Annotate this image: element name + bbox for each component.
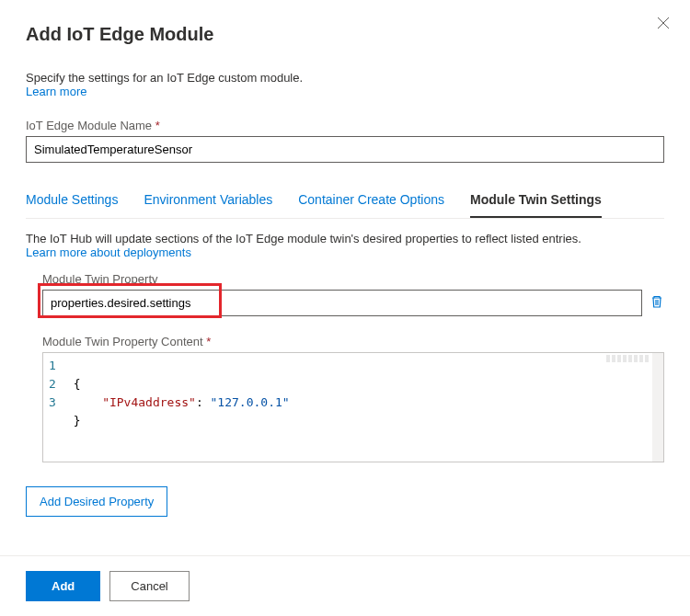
close-icon	[657, 17, 670, 29]
tab-module-twin-settings[interactable]: Module Twin Settings	[470, 183, 602, 218]
cancel-button[interactable]: Cancel	[109, 571, 189, 601]
twin-content-editor[interactable]: 123 { "IPv4address": "127.0.0.1" }	[42, 352, 664, 462]
add-desired-property-button[interactable]: Add Desired Property	[26, 486, 167, 517]
editor-code[interactable]: { "IPv4address": "127.0.0.1" }	[66, 353, 297, 462]
footer: Add Cancel	[0, 555, 690, 616]
editor-minimap	[606, 355, 650, 362]
editor-gutter: 123	[43, 353, 66, 462]
page-title: Add IoT Edge Module	[26, 24, 664, 45]
close-button[interactable]	[657, 17, 670, 32]
twin-property-input[interactable]	[42, 290, 642, 316]
learn-deployments-link[interactable]: Learn more about deployments	[26, 245, 664, 259]
twin-property-label: Module Twin Property	[42, 272, 664, 286]
tab-environment-variables[interactable]: Environment Variables	[144, 183, 272, 218]
add-button[interactable]: Add	[26, 571, 100, 601]
learn-more-link[interactable]: Learn more	[26, 85, 664, 98]
delete-property-button[interactable]	[650, 294, 664, 312]
tab-module-settings[interactable]: Module Settings	[26, 183, 118, 218]
editor-scrollbar[interactable]	[652, 353, 663, 462]
intro-text: Specify the settings for an IoT Edge cus…	[26, 71, 664, 85]
delete-icon	[650, 294, 664, 309]
tab-container-create-options[interactable]: Container Create Options	[298, 183, 444, 218]
tab-bar: Module Settings Environment Variables Co…	[26, 183, 664, 219]
module-name-label: IoT Edge Module Name *	[26, 119, 664, 132]
module-name-input[interactable]	[26, 136, 664, 163]
twin-content-label: Module Twin Property Content *	[42, 335, 664, 348]
twin-desc: The IoT Hub will update sections of the …	[26, 232, 664, 245]
